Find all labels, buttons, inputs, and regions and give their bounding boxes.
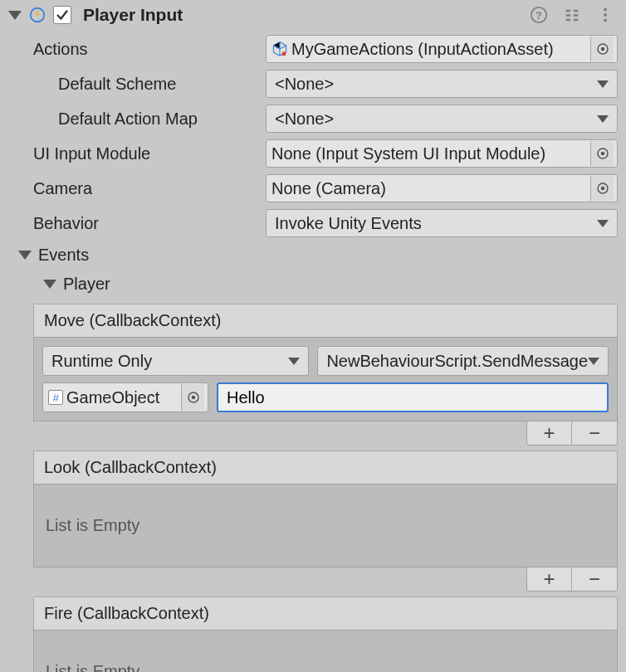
call-mode-dropdown[interactable]: Runtime Only	[42, 346, 309, 376]
svg-point-18	[600, 187, 604, 191]
player-foldout[interactable]: Player	[0, 270, 626, 299]
default-map-label: Default Action Map	[58, 110, 259, 129]
svg-rect-6	[574, 10, 579, 12]
add-button[interactable]: +	[527, 421, 572, 445]
behavior-label: Behavior	[33, 214, 259, 233]
add-button[interactable]: +	[527, 567, 572, 591]
chevron-down-icon	[288, 358, 300, 365]
move-event-header: Move (CallbackContext)	[33, 304, 618, 337]
component-foldout-icon[interactable]	[8, 11, 22, 20]
behavior-dropdown[interactable]: Invoke Unity Events	[266, 209, 618, 237]
object-picker-icon[interactable]	[590, 37, 614, 61]
actions-label: Actions	[33, 40, 259, 59]
remove-button[interactable]: −	[572, 421, 617, 445]
empty-list-label: List is Empty	[42, 639, 609, 672]
list-buttons: + −	[526, 567, 618, 592]
svg-point-20	[191, 396, 195, 400]
behavior-row: Behavior Invoke Unity Events	[0, 206, 626, 241]
object-picker-icon[interactable]	[181, 384, 204, 411]
default-scheme-row: Default Scheme <None>	[0, 66, 626, 101]
target-object-field[interactable]: # GameObject	[42, 382, 208, 412]
move-event-group: Move (CallbackContext) Runtime Only NewB…	[33, 304, 618, 446]
svg-point-16	[600, 152, 604, 156]
help-icon[interactable]: ?	[530, 6, 548, 24]
fire-event-body: List is Empty	[33, 630, 618, 672]
look-event-group: Look (CallbackContext) List is Empty + −	[33, 450, 618, 592]
asset-icon	[271, 41, 288, 57]
ui-module-row: UI Input Module None (Input System UI In…	[0, 136, 626, 171]
svg-rect-7	[574, 14, 579, 17]
component-title: Player Input	[83, 5, 523, 25]
move-event-body: Runtime Only NewBehaviourScript.SendMess…	[33, 337, 618, 421]
component-header: Player Input ?	[0, 0, 626, 32]
events-foldout[interactable]: Events	[0, 241, 626, 270]
ui-module-label: UI Input Module	[33, 144, 259, 163]
actions-field[interactable]: MyGameActions (InputActionAsset)	[266, 35, 618, 63]
camera-row: Camera None (Camera)	[0, 171, 626, 206]
svg-point-11	[604, 18, 607, 22]
svg-rect-8	[574, 19, 579, 22]
context-menu-icon[interactable]	[596, 6, 614, 24]
svg-point-10	[604, 13, 607, 17]
script-hash-icon: #	[48, 390, 63, 405]
svg-rect-3	[566, 10, 571, 12]
chevron-down-icon	[597, 80, 609, 88]
actions-row: Actions MyGameActions (InputActionAsset)	[0, 32, 626, 66]
look-event-body: List is Empty	[33, 484, 618, 567]
foldout-icon	[18, 251, 32, 260]
remove-button[interactable]: −	[572, 567, 617, 591]
svg-rect-4	[566, 14, 571, 17]
object-picker-icon[interactable]	[590, 176, 614, 201]
empty-list-label: List is Empty	[42, 493, 609, 558]
default-scheme-dropdown[interactable]: <None>	[266, 70, 618, 98]
fire-event-group: Fire (CallbackContext) List is Empty	[33, 597, 618, 672]
svg-point-14	[600, 47, 604, 51]
default-map-dropdown[interactable]: <None>	[266, 105, 618, 133]
svg-text:?: ?	[536, 9, 542, 22]
chevron-down-icon	[597, 220, 609, 227]
default-map-row: Default Action Map <None>	[0, 101, 626, 136]
preset-icon[interactable]	[563, 6, 581, 24]
svg-point-9	[604, 8, 607, 12]
svg-point-12	[282, 51, 286, 56]
script-icon	[28, 6, 46, 24]
foldout-icon	[43, 280, 56, 289]
chevron-down-icon	[597, 115, 609, 123]
object-picker-icon[interactable]	[590, 141, 614, 166]
fire-event-header: Fire (CallbackContext)	[33, 597, 618, 630]
look-event-header: Look (CallbackContext)	[33, 450, 618, 484]
chevron-down-icon	[588, 358, 599, 365]
svg-rect-5	[566, 19, 571, 22]
argument-input[interactable]	[217, 382, 609, 412]
camera-label: Camera	[33, 179, 259, 198]
function-dropdown[interactable]: NewBehaviourScript.SendMessage	[317, 346, 609, 376]
default-scheme-label: Default Scheme	[58, 75, 259, 94]
ui-module-field[interactable]: None (Input System UI Input Module)	[266, 139, 618, 168]
enabled-checkbox[interactable]	[53, 6, 71, 24]
camera-field[interactable]: None (Camera)	[266, 174, 618, 202]
list-buttons: + −	[526, 421, 618, 446]
